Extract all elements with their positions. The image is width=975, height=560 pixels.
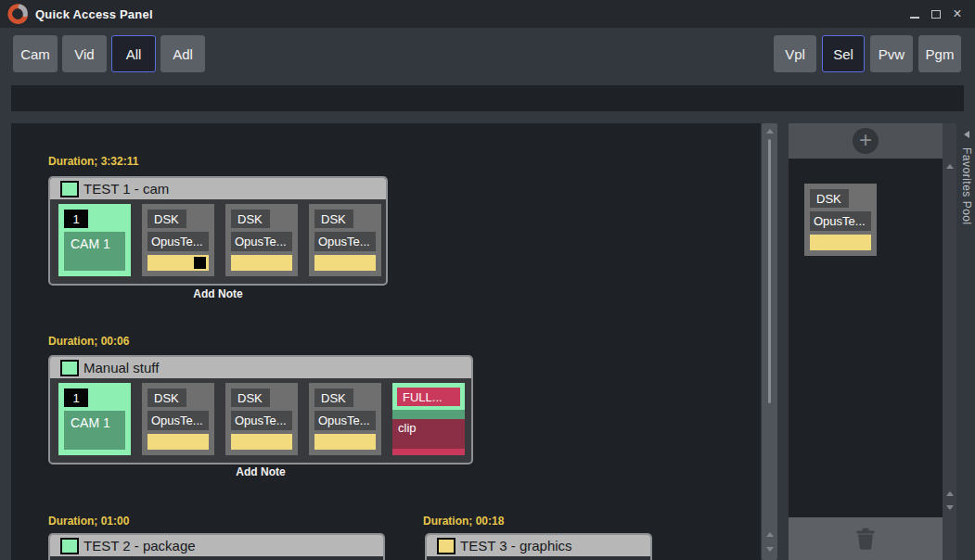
- group-body: 1 CAM 1 DSK OpusTe... DSK OpusTe... DSK …: [50, 378, 471, 463]
- close-icon: ×: [953, 7, 961, 20]
- dsk-source-label: OpusTe...: [231, 232, 292, 251]
- dsk-tile[interactable]: DSK OpusTe...: [142, 204, 214, 276]
- scroll-up-icon[interactable]: [766, 532, 774, 537]
- dsk-source-label: OpusTe...: [148, 232, 209, 251]
- clip-bottom-bar: [392, 449, 465, 455]
- add-favorite-button[interactable]: +: [853, 128, 879, 154]
- group-body: 1 CAM 1 DSK OpusTe... DSK OpusTe... DSK …: [50, 199, 386, 284]
- dsk-color-bar: [148, 434, 209, 450]
- window-controls: ×: [908, 0, 964, 28]
- group-duration: Duration; 01:00: [48, 515, 129, 528]
- dsk-key-label: DSK: [231, 210, 270, 228]
- dsk-marker-icon: [194, 257, 206, 269]
- dsk-source-label: OpusTe...: [810, 211, 871, 231]
- main-scrollbar[interactable]: [762, 123, 777, 560]
- cam-label: CAM 1: [64, 232, 125, 271]
- rundown-group-test2: TEST 2 - package: [48, 533, 385, 560]
- group-header[interactable]: TEST 2 - package: [50, 535, 383, 556]
- mode-button-sel[interactable]: Sel: [822, 35, 865, 72]
- maximize-icon: [931, 10, 941, 19]
- dsk-tile[interactable]: DSK OpusTe...: [225, 383, 298, 455]
- rundown-group-test3: TEST 3 - graphics: [425, 533, 652, 560]
- filter-button-adl[interactable]: Adl: [160, 35, 205, 72]
- filter-button-all[interactable]: All: [111, 35, 156, 72]
- dsk-color-bar: [231, 255, 292, 271]
- maximize-button[interactable]: [930, 6, 943, 21]
- favorites-pool-side-label: Favorites Pool: [960, 147, 973, 225]
- close-button[interactable]: ×: [951, 6, 964, 21]
- trash-icon: [855, 528, 876, 550]
- cam-tile[interactable]: 1 CAM 1: [58, 204, 131, 276]
- group-duration: Duration; 3:32:11: [48, 155, 138, 168]
- scrollbar-thumb[interactable]: [768, 139, 771, 403]
- delete-favorite-dropzone[interactable]: [789, 517, 943, 560]
- minimize-icon: [910, 17, 919, 19]
- dsk-source-label: OpusTe...: [314, 232, 376, 251]
- favorite-dsk-tile[interactable]: DSK OpusTe...: [804, 184, 877, 256]
- scroll-up-icon[interactable]: [766, 129, 774, 134]
- group-header[interactable]: TEST 3 - graphics: [427, 535, 650, 556]
- group-title: TEST 2 - package: [83, 538, 196, 554]
- dsk-source-label: OpusTe...: [314, 411, 376, 430]
- dsk-source-label: OpusTe...: [148, 411, 209, 430]
- rundown-content-area[interactable]: Duration; 3:32:11 TEST 1 - cam 1 CAM 1 D…: [11, 123, 761, 560]
- group-header[interactable]: TEST 1 - cam: [50, 178, 386, 199]
- filter-bar[interactable]: [11, 85, 964, 111]
- mode-button-pvw[interactable]: Pvw: [870, 35, 913, 72]
- mode-button-vpl[interactable]: Vpl: [774, 35, 816, 72]
- group-color-swatch: [60, 360, 79, 376]
- scroll-up-icon[interactable]: [946, 164, 954, 169]
- dsk-key-label: DSK: [314, 388, 353, 407]
- dsk-color-bar: [148, 255, 209, 271]
- group-body: [427, 556, 650, 560]
- group-title: Manual stuff: [83, 360, 159, 375]
- add-note-button[interactable]: Add Note: [48, 287, 388, 300]
- dsk-key-label: DSK: [810, 189, 849, 208]
- dsk-color-bar: [314, 434, 376, 450]
- scroll-down-icon[interactable]: [946, 505, 954, 510]
- group-color-swatch: [60, 181, 79, 197]
- favorites-scrollbar[interactable]: [943, 123, 956, 560]
- dsk-key-label: DSK: [231, 388, 270, 407]
- group-body: [50, 556, 383, 560]
- group-color-swatch: [437, 538, 455, 554]
- app-logo-icon: [6, 3, 29, 25]
- rundown-group-test1: TEST 1 - cam 1 CAM 1 DSK OpusTe... DSK O…: [48, 176, 388, 286]
- dsk-key-label: DSK: [148, 388, 186, 407]
- mode-button-pgm[interactable]: Pgm: [918, 35, 961, 72]
- dsk-tile[interactable]: DSK OpusTe...: [225, 204, 298, 276]
- dsk-color-bar: [810, 235, 871, 250]
- dsk-color-bar: [314, 255, 376, 271]
- group-header[interactable]: Manual stuff: [50, 357, 471, 378]
- scroll-down-icon[interactable]: [766, 547, 774, 552]
- favorites-pool-collapse-strip[interactable]: Favorites Pool: [958, 123, 975, 560]
- minimize-button[interactable]: [908, 6, 921, 21]
- dsk-tile[interactable]: DSK OpusTe...: [309, 383, 381, 455]
- group-duration: Duration; 00:18: [423, 515, 504, 528]
- scroll-up-icon[interactable]: [946, 491, 954, 496]
- quick-access-panel-window: Quick Access Panel × Cam Vid All Adl Vpl…: [0, 0, 975, 560]
- favorites-pool-panel: + DSK OpusTe...: [789, 123, 943, 560]
- group-color-swatch: [60, 538, 79, 554]
- window-title: Quick Access Panel: [35, 7, 153, 21]
- dsk-tile[interactable]: DSK OpusTe...: [309, 204, 381, 276]
- add-note-button[interactable]: Add Note: [48, 465, 473, 478]
- cam-tile[interactable]: 1 CAM 1: [58, 383, 131, 455]
- fullscreen-clip-tile[interactable]: FULL... clip: [392, 383, 465, 455]
- collapse-arrow-icon: [964, 131, 969, 138]
- dsk-source-label: OpusTe...: [231, 411, 292, 430]
- group-title: TEST 3 - graphics: [460, 538, 572, 554]
- cam-label: CAM 1: [64, 411, 125, 450]
- filter-button-cam[interactable]: Cam: [13, 35, 58, 72]
- full-label: FULL...: [397, 388, 460, 406]
- group-title: TEST 1 - cam: [83, 181, 169, 197]
- dsk-key-label: DSK: [314, 210, 353, 228]
- plus-icon: +: [859, 127, 872, 152]
- dsk-tile[interactable]: DSK OpusTe...: [142, 383, 214, 455]
- filter-button-vid[interactable]: Vid: [62, 35, 107, 72]
- clip-label: clip: [392, 419, 465, 449]
- favorites-list[interactable]: DSK OpusTe...: [789, 159, 943, 517]
- dsk-color-bar: [231, 434, 292, 450]
- title-bar[interactable]: Quick Access Panel ×: [0, 0, 975, 28]
- group-duration: Duration; 00:06: [48, 335, 129, 348]
